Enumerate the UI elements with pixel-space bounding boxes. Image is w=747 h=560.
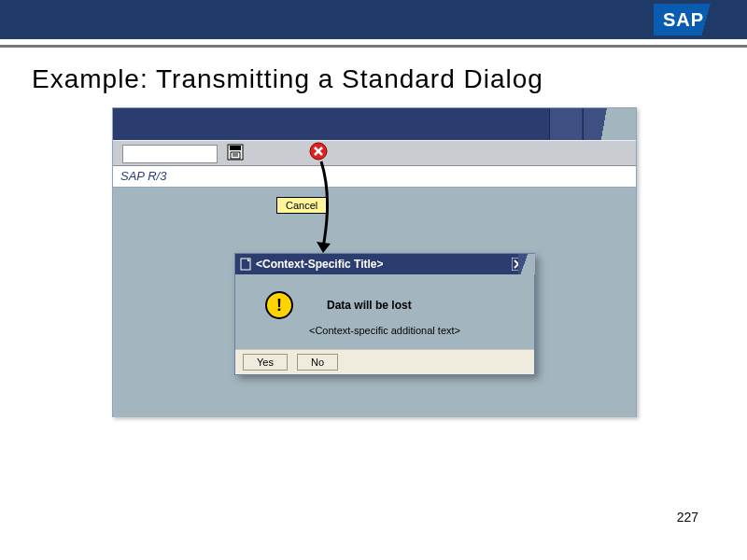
page-number: 227 xyxy=(677,510,698,525)
no-button[interactable]: No xyxy=(297,354,338,371)
cancel-tooltip: Cancel xyxy=(276,197,327,214)
app-titlebar xyxy=(113,108,636,140)
cancel-icon[interactable] xyxy=(309,142,328,161)
header-divider xyxy=(0,39,747,48)
titlebar-decoration-corner xyxy=(583,108,636,140)
app-name-label: SAP R/3 xyxy=(113,166,636,188)
svg-marker-6 xyxy=(317,242,331,253)
titlebar-decoration xyxy=(549,108,582,140)
save-icon[interactable] xyxy=(227,144,244,161)
sap-logo: SAP xyxy=(654,4,740,35)
dialog-titlebar-corner xyxy=(518,254,535,274)
dialog-sub-message: <Context-specific additional text> xyxy=(248,325,521,336)
confirmation-dialog: <Context-Specific Title> ! Data will be … xyxy=(234,253,535,375)
command-field[interactable] xyxy=(122,145,218,163)
sap-app-window: SAP R/3 Cancel <Context-Specific Title> … xyxy=(112,107,637,417)
slide-header-band: SAP xyxy=(0,0,747,39)
dialog-main-message: Data will be lost xyxy=(327,299,412,312)
app-work-area: Cancel <Context-Specific Title> ! Data w… xyxy=(113,188,636,417)
dialog-window-icon xyxy=(235,258,256,271)
slide-title: Example: Transmitting a Standard Dialog xyxy=(32,64,747,94)
warning-icon: ! xyxy=(265,291,293,319)
dialog-title-text: <Context-Specific Title> xyxy=(256,258,508,271)
svg-rect-1 xyxy=(230,146,241,150)
yes-button[interactable]: Yes xyxy=(243,354,288,371)
app-toolbar xyxy=(113,140,636,166)
dialog-body: ! Data will be lost <Context-specific ad… xyxy=(235,274,534,349)
dialog-titlebar: <Context-Specific Title> xyxy=(235,254,534,274)
dialog-button-bar: Yes No xyxy=(235,349,534,374)
